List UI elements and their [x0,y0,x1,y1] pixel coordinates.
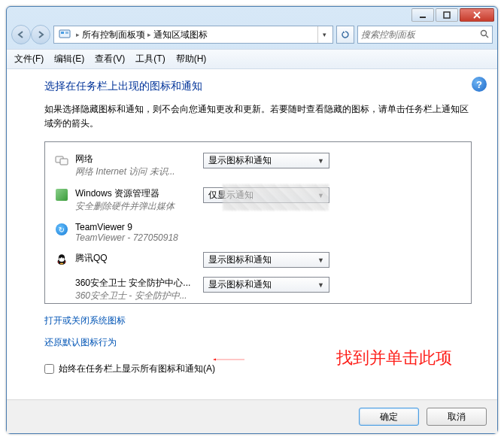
annotation-arrow [150,358,308,361]
control-panel-icon [59,29,71,41]
footer: 确定 取消 [7,399,497,433]
cancel-button[interactable]: 取消 [427,408,487,426]
content-area: ? 选择在任务栏上出现的图标和通知 如果选择隐藏图标和通知，则不会向您通知更改和… [7,69,497,399]
close-button[interactable] [460,8,494,22]
page-description: 如果选择隐藏图标和通知，则不会向您通知更改和更新。若要随时查看隐藏的图标，请单击… [44,102,472,131]
item-label: 网络 [75,153,203,165]
list-item: TeamViewer 9 TeamViewer - 727050918 [54,217,468,247]
item-sublabel: 网络 Internet 访问 未识... [75,165,203,178]
svg-point-5 [481,30,487,35]
item-label: Windows 资源管理器 [75,187,203,200]
help-icon[interactable]: ? [472,77,487,92]
behavior-dropdown[interactable]: 显示图标和通知 ▼ [203,153,329,168]
behavior-dropdown[interactable]: 显示图标和通知 ▼ [203,252,329,268]
search-box[interactable] [357,26,493,44]
chevron-down-icon: ▼ [317,157,324,165]
address-bar[interactable]: ▸ 所有控制面板项 ▸ 通知区域图标 ▾ [53,26,333,44]
search-input[interactable] [361,29,477,40]
svg-point-14 [60,263,64,265]
item-label: 腾讯QQ [75,252,203,265]
menu-edit[interactable]: 编辑(E) [54,53,84,65]
back-button[interactable] [11,25,31,44]
item-sublabel: TeamViewer - 727050918 [75,232,203,243]
refresh-button[interactable] [336,26,354,44]
svg-rect-3 [61,32,64,34]
forward-button[interactable] [31,25,50,44]
svg-marker-16 [213,359,216,361]
svg-rect-8 [60,159,68,165]
control-panel-window: ▸ 所有控制面板项 ▸ 通知区域图标 ▾ 文件(F) 编辑(E) 查看(V) 工… [6,6,498,434]
minimize-button[interactable] [411,8,434,22]
breadcrumb-leaf[interactable]: 通知区域图标 [153,29,208,41]
explorer-icon [54,187,69,202]
list-item: 网络 网络 Internet 访问 未识... 显示图标和通知 ▼ [54,148,468,183]
item-sublabel: 360安全卫士 - 安全防护中... [75,290,203,302]
menu-view[interactable]: 查看(V) [95,53,125,65]
svg-point-12 [60,257,61,259]
menu-file[interactable]: 文件(F) [14,53,44,65]
behavior-dropdown[interactable]: 显示图标和通知 ▼ [203,277,329,293]
search-icon[interactable] [480,29,489,41]
ok-button[interactable]: 确定 [359,408,419,426]
always-show-checkbox-row: 始终在任务栏上显示所有图标和通知(A) [44,363,472,375]
qq-icon [54,252,69,267]
list-item: 腾讯QQ 显示图标和通知 ▼ [54,247,468,272]
list-item: Windows 资源管理器 安全删除硬件并弹出媒体 仅显示通知 ▼ [54,183,468,217]
svg-point-11 [59,257,64,262]
icons-list-panel[interactable]: 网络 网络 Internet 访问 未识... 显示图标和通知 ▼ Window… [44,141,472,304]
network-icon [54,153,69,168]
maximize-button[interactable] [436,8,458,22]
titlebar [7,7,497,23]
breadcrumb-separator: ▸ [147,31,151,38]
always-show-checkbox[interactable] [44,364,54,374]
behavior-dropdown[interactable]: 仅显示通知 ▼ [203,187,329,203]
restore-defaults-link[interactable]: 还原默认图标行为 [44,336,117,349]
menubar: 文件(F) 编辑(E) 查看(V) 工具(T) 帮助(H) [7,49,497,69]
teamviewer-icon [54,222,69,237]
menu-tools[interactable]: 工具(T) [135,53,165,65]
nav-row: ▸ 所有控制面板项 ▸ 通知区域图标 ▾ [7,23,497,49]
svg-rect-4 [65,32,68,34]
item-label: 360安全卫士 安全防护中心... [75,277,203,290]
always-show-label: 始终在任务栏上显示所有图标和通知(A) [59,363,215,375]
item-label: TeamViewer 9 [75,222,203,232]
360-icon [54,277,69,292]
svg-rect-0 [420,17,426,18]
menu-help[interactable]: 帮助(H) [176,53,207,65]
breadcrumb-separator: ▸ [76,31,80,38]
list-item: 360安全卫士 安全防护中心... 360安全卫士 - 安全防护中... 显示图… [54,272,468,302]
chevron-down-icon: ▼ [317,281,324,289]
chevron-down-icon: ▼ [317,192,324,199]
toggle-system-icons-link[interactable]: 打开或关闭系统图标 [44,314,126,327]
page-title: 选择在任务栏上出现的图标和通知 [44,80,472,93]
address-dropdown-icon[interactable]: ▾ [317,26,331,43]
svg-rect-1 [444,12,450,18]
breadcrumb-root[interactable]: 所有控制面板项 [82,29,145,41]
svg-line-6 [486,35,488,38]
svg-point-13 [62,257,63,259]
chevron-down-icon: ▼ [317,256,324,264]
item-sublabel: 安全删除硬件并弹出媒体 [75,200,203,213]
